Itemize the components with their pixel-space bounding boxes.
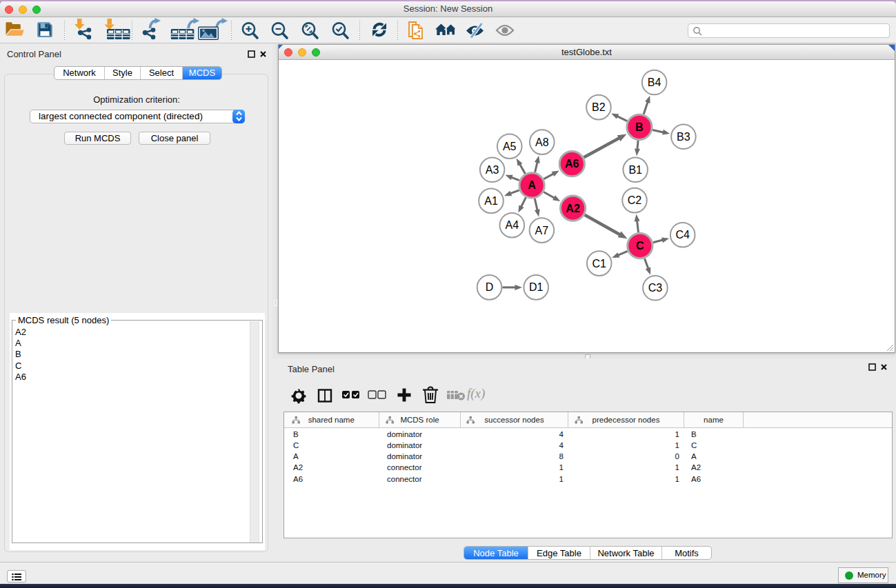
svg-text:A8: A8 [535, 136, 549, 148]
svg-text:B4: B4 [648, 77, 661, 88]
svg-text:A1: A1 [484, 195, 498, 207]
svg-text:A3: A3 [486, 164, 499, 176]
svg-text:C4: C4 [675, 229, 690, 241]
svg-text:A2: A2 [566, 203, 580, 214]
svg-text:A4: A4 [506, 219, 519, 231]
svg-text:C1: C1 [592, 258, 606, 270]
svg-text:A6: A6 [565, 158, 579, 170]
svg-text:B3: B3 [677, 131, 690, 143]
svg-text:A: A [528, 179, 536, 191]
svg-text:D1: D1 [529, 281, 544, 293]
svg-text:C: C [636, 240, 644, 252]
svg-text:C3: C3 [648, 282, 663, 294]
svg-text:D: D [486, 281, 494, 293]
svg-text:A7: A7 [535, 225, 549, 236]
svg-text:B: B [635, 121, 644, 133]
svg-text:C2: C2 [628, 194, 642, 206]
svg-text:B1: B1 [628, 164, 642, 176]
svg-text:A5: A5 [503, 141, 517, 152]
svg-text:B2: B2 [592, 101, 606, 113]
